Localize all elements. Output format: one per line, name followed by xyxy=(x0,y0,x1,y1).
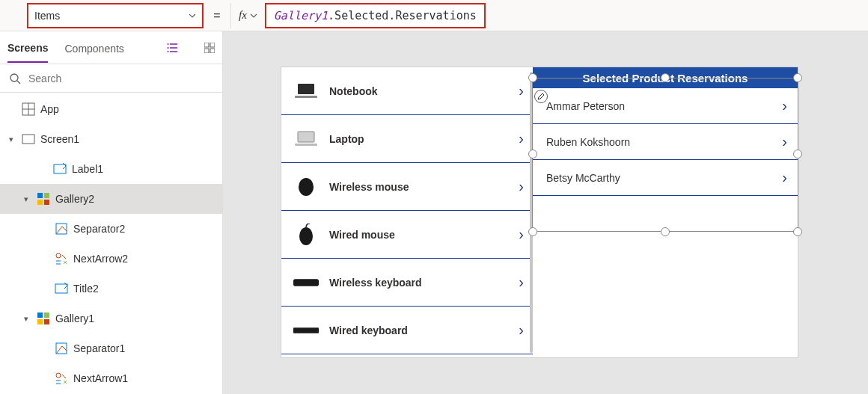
svg-rect-27 xyxy=(298,84,314,94)
svg-rect-24 xyxy=(44,319,49,324)
gallery1-item[interactable]: Wired mouse › xyxy=(281,211,533,259)
edit-pencil-icon[interactable] xyxy=(534,90,548,103)
grid-view-icon[interactable] xyxy=(204,43,215,53)
equals-sign: = xyxy=(204,9,230,22)
tree-item-nextarrow2[interactable]: NextArrow2 xyxy=(0,244,222,274)
screen-surface: Notebook › Laptop › Wireless mouse › xyxy=(281,67,798,357)
svg-rect-17 xyxy=(44,200,49,205)
formula-input[interactable]: Gallery1.Selected.Reservations xyxy=(265,3,486,28)
gallery-icon xyxy=(36,191,51,206)
selection-handle[interactable] xyxy=(661,227,670,236)
tree-item-app[interactable]: App xyxy=(0,94,222,124)
gallery2-item[interactable]: Ruben Kokshoorn › xyxy=(533,124,798,160)
search-icon xyxy=(9,73,21,84)
product-image-wired-keyboard xyxy=(293,321,319,340)
gallery2-item[interactable]: Ammar Peterson › xyxy=(533,88,798,124)
product-image-wired-mouse xyxy=(293,225,319,244)
caret-icon: ▾ xyxy=(6,135,16,144)
svg-rect-12 xyxy=(22,135,34,144)
screen-icon xyxy=(21,132,36,147)
tree-item-separator2[interactable]: Separator2 xyxy=(0,214,222,244)
gallery1-item[interactable]: Notebook › xyxy=(281,67,533,115)
svg-line-8 xyxy=(17,81,20,84)
property-selector[interactable]: Items xyxy=(27,3,204,28)
chevron-down-icon xyxy=(189,13,196,18)
chevron-right-icon[interactable]: › xyxy=(782,169,787,186)
selection-handle[interactable] xyxy=(528,150,537,158)
search-input[interactable] xyxy=(28,73,213,84)
chevron-down-icon xyxy=(250,13,257,18)
fx-button[interactable]: fx xyxy=(230,3,265,28)
tree-tabs: Screens Components xyxy=(0,31,222,64)
chevron-right-icon[interactable]: › xyxy=(519,178,524,195)
chevron-right-icon[interactable]: › xyxy=(519,226,524,243)
svg-point-32 xyxy=(299,227,313,245)
caret-icon: ▾ xyxy=(21,194,31,204)
product-image-notebook xyxy=(293,81,319,101)
chevron-right-icon[interactable]: › xyxy=(782,133,787,150)
gallery1[interactable]: Notebook › Laptop › Wireless mouse › xyxy=(281,67,533,357)
tree-item-gallery1[interactable]: ▾ Gallery1 xyxy=(0,304,222,333)
gallery1-title: Wired keyboard xyxy=(329,324,519,336)
gallery2[interactable]: Ammar Peterson › Ruben Kokshoorn › Betsy… xyxy=(533,88,798,196)
svg-rect-34 xyxy=(293,327,319,333)
gallery1-title: Notebook xyxy=(329,85,519,97)
product-image-wireless-keyboard xyxy=(293,273,319,292)
tree-label: NextArrow2 xyxy=(73,253,128,265)
gallery2-item[interactable]: Betsy McCarthy › xyxy=(533,160,798,196)
selection-handle[interactable] xyxy=(528,227,537,236)
tree-label: Gallery1 xyxy=(55,313,94,324)
tree-label: Label1 xyxy=(72,163,103,175)
separator-icon xyxy=(54,221,69,236)
formula-identifier: Gallery1 xyxy=(274,9,328,22)
label-icon xyxy=(52,161,67,176)
gallery2-title: Ammar Peterson xyxy=(546,100,782,112)
tree-label: Separator2 xyxy=(73,223,125,235)
chevron-right-icon[interactable]: › xyxy=(519,274,524,291)
chevron-right-icon[interactable]: › xyxy=(519,321,524,339)
tab-screens[interactable]: Screens xyxy=(7,33,48,63)
gallery2-title: Ruben Kokshoorn xyxy=(546,136,782,148)
caret-icon: ▾ xyxy=(21,314,31,324)
gallery1-item[interactable]: Wired keyboard › xyxy=(281,307,533,354)
tree-item-title2[interactable]: Title2 xyxy=(0,274,222,304)
svg-rect-14 xyxy=(37,193,43,198)
selection-handle[interactable] xyxy=(793,73,802,82)
svg-point-1 xyxy=(168,47,169,49)
selection-handle[interactable] xyxy=(793,150,802,158)
nextarrow-icon xyxy=(54,371,69,386)
tree-item-screen1[interactable]: ▾ Screen1 xyxy=(0,124,222,154)
selection-handle[interactable] xyxy=(793,227,802,236)
tree-label: Gallery2 xyxy=(55,193,94,205)
tree-item-label1[interactable]: Label1 xyxy=(0,154,222,184)
tree-view: App ▾ Screen1 Label1 ▾ xyxy=(0,93,222,394)
chevron-right-icon[interactable]: › xyxy=(782,97,787,114)
label-icon xyxy=(54,281,69,296)
tab-components[interactable]: Components xyxy=(64,34,123,62)
gallery1-item[interactable]: Wireless keyboard › xyxy=(281,259,533,307)
tree-label: Title2 xyxy=(73,283,99,295)
svg-rect-23 xyxy=(37,319,43,324)
tree-item-separator1[interactable]: Separator1 xyxy=(0,333,222,363)
separator-icon xyxy=(54,341,69,356)
selection-handle[interactable] xyxy=(528,73,537,82)
svg-rect-21 xyxy=(37,313,43,318)
svg-rect-5 xyxy=(204,49,209,53)
chevron-right-icon[interactable]: › xyxy=(519,82,524,99)
svg-rect-22 xyxy=(44,313,49,318)
chevron-right-icon[interactable]: › xyxy=(519,130,524,147)
tree-label: App xyxy=(40,103,59,115)
svg-point-19 xyxy=(56,253,61,258)
gallery1-item[interactable]: Wireless mouse › xyxy=(281,163,533,211)
tree-label: Screen1 xyxy=(40,133,79,145)
list-view-icon[interactable] xyxy=(167,43,179,53)
property-name: Items xyxy=(34,10,60,22)
tree-label: NextArrow1 xyxy=(73,372,128,384)
svg-rect-20 xyxy=(55,284,67,293)
tree-item-nextarrow1[interactable]: NextArrow1 xyxy=(0,363,222,393)
tree-item-gallery2[interactable]: ▾ Gallery2 xyxy=(0,184,222,214)
svg-rect-6 xyxy=(210,49,215,53)
selection-handle[interactable] xyxy=(661,73,670,82)
search-row xyxy=(0,64,222,93)
gallery1-item[interactable]: Laptop › xyxy=(281,115,533,163)
